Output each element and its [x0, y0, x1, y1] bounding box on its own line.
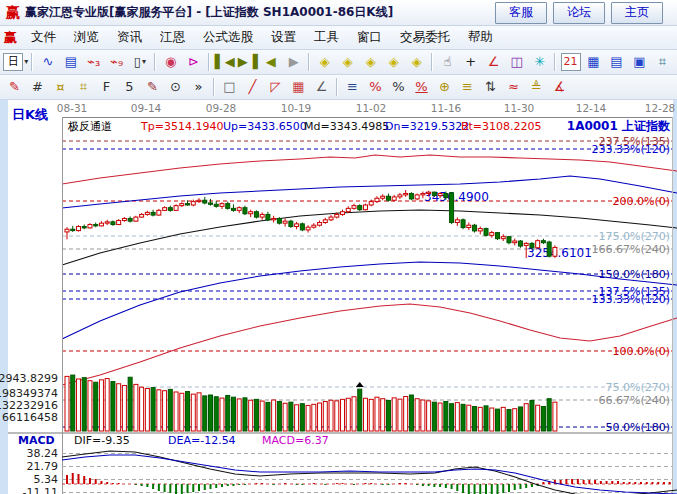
candle-body: [163, 208, 167, 211]
color-flag-icon[interactable]: ⊳: [182, 51, 205, 73]
gann-fan-icon[interactable]: ◸: [264, 76, 287, 98]
stats-ruler-icon[interactable]: ≡: [341, 76, 364, 98]
volume-bar: [438, 403, 442, 431]
percent-icon[interactable]: %: [387, 76, 410, 98]
golden-grid-icon: ¤: [56, 77, 64, 97]
menu-settings[interactable]: 设置: [262, 27, 305, 48]
zoom-diamond-icon[interactable]: ◈: [313, 51, 336, 73]
volume-bar: [174, 392, 178, 431]
parallel-lines-icon[interactable]: ∠: [310, 76, 333, 98]
candle-body: [318, 223, 322, 226]
model-tool-icon[interactable]: ◫: [505, 51, 528, 73]
ray-fan-icon[interactable]: ╱: [241, 76, 264, 98]
toolbar-row1: 日▾∿▤⌁₃⌁₉▯▾◉⊳▌◀▶▐◀▶◈◈◈◈◈☝+∠◫✳21▦▤▣⌗: [0, 50, 677, 75]
golden-up-icon[interactable]: ≜: [525, 76, 548, 98]
level-label: 200.0%(0): [612, 195, 670, 208]
menu-gann[interactable]: 江恩: [151, 27, 194, 48]
right-diamond-icon[interactable]: ◈: [359, 51, 382, 73]
five-grid-icon[interactable]: 5: [118, 76, 141, 98]
golden-box-icon[interactable]: ⌗: [72, 76, 95, 98]
rect-tool-icon[interactable]: □: [218, 76, 241, 98]
menu-news[interactable]: 资讯: [108, 27, 151, 48]
minute9-chart-icon[interactable]: ⌁₉: [105, 51, 128, 73]
volume-bar: [507, 410, 511, 431]
app-logo-icon: 赢: [6, 4, 20, 22]
hand-tool-icon: ☝: [444, 52, 452, 72]
forum-button[interactable]: 论坛: [553, 2, 605, 24]
percent-line-icon[interactable]: %: [410, 76, 433, 98]
draw-brush-icon[interactable]: ✎: [3, 76, 26, 98]
left-diamond-icon[interactable]: ◈: [336, 51, 359, 73]
candle-style-icon[interactable]: ▯▾: [128, 51, 151, 73]
menu-window[interactable]: 窗口: [348, 27, 391, 48]
crosshair-icon[interactable]: +: [459, 51, 482, 73]
ink-brush-icon[interactable]: ⇅: [479, 76, 502, 98]
candle-body: [122, 218, 126, 220]
customer-service-button[interactable]: 客服: [495, 2, 547, 24]
candle-body: [490, 233, 494, 236]
golden-circle-icon[interactable]: ⊕: [433, 76, 456, 98]
last-page-icon: ▶▐: [238, 52, 258, 72]
trend-wave-icon: ∿: [42, 52, 53, 72]
candle-body: [335, 214, 339, 217]
smart-analyze-icon[interactable]: ✳: [528, 51, 551, 73]
macd-header-value: DIF=-9.35: [74, 434, 130, 447]
more-tools-chevron[interactable]: »: [187, 76, 210, 98]
candle-body: [404, 194, 408, 195]
golden-grid-icon[interactable]: ¤: [49, 76, 72, 98]
menu-browse[interactable]: 浏览: [65, 27, 108, 48]
pattern-search-icon[interactable]: ◉: [159, 51, 182, 73]
calculator-icon[interactable]: ▦: [582, 51, 605, 73]
notepad-icon[interactable]: ▤: [605, 51, 628, 73]
volume-bar: [243, 398, 247, 431]
fibonacci-grid-icon[interactable]: F: [95, 76, 118, 98]
expand-diamond-icon[interactable]: ◈: [405, 51, 428, 73]
menu-tools[interactable]: 工具: [305, 27, 348, 48]
volume-bar: [363, 398, 367, 431]
volume-bar: [220, 398, 224, 431]
menu-trade[interactable]: 交易委托: [391, 27, 459, 48]
prev-page-icon: ◀: [266, 52, 276, 72]
menu-help[interactable]: 帮助: [459, 27, 502, 48]
volume-bar: [295, 405, 299, 431]
trend-wave-icon[interactable]: ∿: [36, 51, 59, 73]
candle-body: [461, 220, 465, 228]
percent-triangle-icon[interactable]: %: [364, 76, 387, 98]
golden-line-icon[interactable]: ≡: [456, 76, 479, 98]
grid-net-icon[interactable]: ▦: [287, 76, 310, 98]
vertical-diamond-icon[interactable]: ◈: [382, 51, 405, 73]
menu-formula-picker[interactable]: 公式选股: [194, 27, 262, 48]
first-page-icon[interactable]: ▌◀: [213, 51, 236, 73]
save-icon[interactable]: ▣: [628, 51, 651, 73]
menu-file[interactable]: 文件: [22, 27, 65, 48]
chart-canvas[interactable]: 日K线08-3109-1409-2810-1911-0211-1611-3012…: [0, 100, 677, 494]
draw-pen-icon[interactable]: ✎: [141, 76, 164, 98]
hand-tool-icon[interactable]: ☝: [436, 51, 459, 73]
mouse-tool-icon[interactable]: ⌗: [651, 51, 674, 73]
candle-body: [180, 204, 184, 206]
macd-dea-line: [62, 455, 677, 494]
f10-report-icon[interactable]: ▤: [59, 51, 82, 73]
level-label: 150.0%(180): [598, 268, 670, 281]
wave-band-icon[interactable]: ≈: [502, 76, 525, 98]
volume-bar: [444, 402, 448, 431]
j-angle-icon[interactable]: ∡: [548, 76, 571, 98]
angle-measure-icon[interactable]: ∠: [482, 51, 505, 73]
home-button[interactable]: 主页: [611, 2, 663, 24]
period-day-button[interactable]: 日▾: [3, 51, 28, 73]
volume-bar: [214, 397, 218, 431]
indicator-value: 极反通道: [67, 120, 112, 133]
last-page-icon[interactable]: ▶▐: [236, 51, 259, 73]
candle-body: [145, 212, 149, 214]
volume-bar: [432, 402, 436, 431]
candle-body: [358, 206, 362, 210]
candle-body: [186, 204, 190, 205]
candle-body: [174, 206, 178, 211]
time-cycle-icon[interactable]: ⊙: [164, 76, 187, 98]
next-page-icon[interactable]: ▶: [282, 51, 305, 73]
prev-page-icon[interactable]: ◀: [259, 51, 282, 73]
candle-body: [438, 194, 442, 196]
gann-grid-icon[interactable]: #: [26, 76, 49, 98]
calendar-21-icon[interactable]: 21: [559, 51, 582, 73]
minute3-chart-icon[interactable]: ⌁₃: [82, 51, 105, 73]
